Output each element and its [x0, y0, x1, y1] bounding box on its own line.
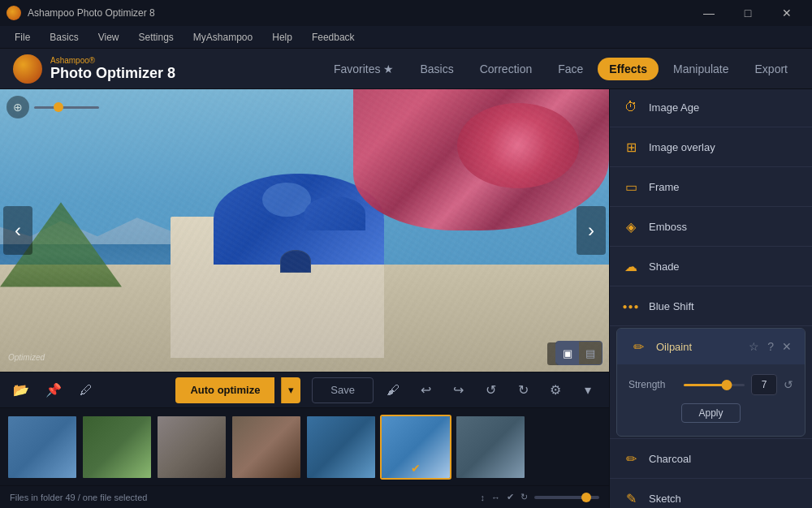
minimize-button[interactable]: —: [690, 0, 728, 26]
next-image-button[interactable]: ›: [577, 206, 606, 255]
oilpaint-header[interactable]: ✏ Oilpaint ☆ ? ✕: [617, 329, 805, 364]
shade-icon: ☁: [621, 256, 641, 276]
zoom-icon[interactable]: ⊕: [6, 96, 29, 118]
tab-effects[interactable]: Effects: [598, 58, 659, 80]
effect-shade[interactable]: ☁ Shade: [610, 248, 812, 284]
effect-emboss[interactable]: ◈ Emboss: [610, 209, 812, 244]
thumbnail-size-thumb: [581, 493, 591, 502]
effect-image-age[interactable]: ⏱ Image Age: [610, 89, 812, 125]
oilpaint-actions: ☆ ? ✕: [747, 338, 793, 355]
effects-list: ⏱ Image Age ⊞ Image overlay ▭ Frame ◈ Em…: [610, 89, 812, 508]
resize-icon[interactable]: ↔: [491, 493, 500, 502]
menu-settings[interactable]: Settings: [130, 28, 181, 46]
menu-help[interactable]: Help: [264, 28, 300, 46]
strength-reset-button[interactable]: ↺: [784, 378, 793, 391]
strength-slider[interactable]: [684, 384, 745, 386]
sort-icon[interactable]: ↕: [481, 493, 486, 502]
auto-optimize-button[interactable]: Auto optimize: [175, 377, 274, 403]
brand: Ashampoo® Photo Optimizer 8: [13, 54, 175, 84]
effect-blue-shift[interactable]: ●●● Blue Shift: [610, 288, 812, 324]
effect-blue-shift-label: Blue Shift: [649, 300, 694, 312]
paint-button[interactable]: 🖌: [380, 377, 406, 403]
rotate-left-button[interactable]: ↺: [477, 377, 503, 403]
selected-check: ✔: [411, 462, 421, 475]
menu-view[interactable]: View: [90, 28, 127, 46]
tab-face[interactable]: Face: [546, 58, 594, 80]
film-thumb-4[interactable]: [231, 415, 302, 480]
effect-charcoal[interactable]: ✏ Charcoal: [610, 441, 812, 476]
effects-sidebar: ⏱ Image Age ⊞ Image overlay ▭ Frame ◈ Em…: [609, 89, 812, 508]
oilpaint-close-button[interactable]: ✕: [780, 338, 793, 355]
rotate-right-button[interactable]: ↻: [510, 377, 536, 403]
titlebar: Ashampoo Photo Optimizer 8 — □ ✕: [0, 0, 812, 26]
film-thumb-1[interactable]: [6, 415, 78, 480]
strength-fill: [684, 384, 727, 386]
image-canvas: Optimized ‹ › ⊕ ⤢ ▣ ▤: [0, 89, 609, 372]
edit-button[interactable]: 🖊: [73, 377, 99, 403]
menu-myashampoo[interactable]: MyAshampoo: [185, 28, 261, 46]
undo-button[interactable]: ↩: [412, 377, 438, 403]
film-thumb-7[interactable]: [455, 415, 526, 480]
image-age-icon: ⏱: [621, 97, 641, 117]
thumbnail-size-slider[interactable]: [534, 496, 599, 499]
effect-oilpaint-panel: ✏ Oilpaint ☆ ? ✕ Strength: [616, 328, 806, 437]
oilpaint-help-button[interactable]: ?: [766, 338, 775, 355]
nav-tabs: Favorites ★ Basics Correction Face Effec…: [322, 58, 799, 80]
tab-export[interactable]: Export: [744, 58, 799, 80]
zoom-controls: ⊕: [6, 96, 99, 118]
optimized-badge: Optimized: [8, 353, 45, 362]
menu-file[interactable]: File: [6, 28, 38, 46]
tab-correction[interactable]: Correction: [469, 58, 544, 80]
effect-emboss-label: Emboss: [649, 221, 687, 233]
more-button[interactable]: ▾: [575, 377, 601, 403]
check-icon[interactable]: ✔: [507, 492, 514, 502]
effect-image-overlay-label: Image overlay: [649, 141, 715, 153]
strength-label: Strength: [628, 379, 677, 390]
add-to-favorites-button[interactable]: 📌: [41, 377, 67, 403]
effect-shade-label: Shade: [649, 260, 680, 273]
effect-image-age-label: Image Age: [649, 101, 699, 114]
statusbar: Files in folder 49 / one file selected ↕…: [0, 485, 609, 508]
tab-favorites[interactable]: Favorites ★: [322, 58, 405, 80]
open-file-button[interactable]: 📂: [8, 377, 34, 403]
effect-charcoal-label: Charcoal: [649, 453, 691, 465]
film-thumb-5[interactable]: [305, 415, 377, 480]
single-view-button[interactable]: ▣: [556, 342, 579, 364]
zoom-slider[interactable]: [34, 106, 99, 109]
effect-image-overlay[interactable]: ⊞ Image overlay: [610, 129, 812, 165]
strength-value[interactable]: 7: [751, 374, 777, 395]
brand-name: Photo Optimizer 8: [50, 65, 175, 81]
rotate-icon[interactable]: ↻: [520, 492, 528, 502]
window-controls: — □ ✕: [690, 0, 806, 26]
oilpaint-apply-button[interactable]: Apply: [681, 403, 740, 423]
photo-scene: [0, 89, 609, 372]
film-thumb-3[interactable]: [156, 415, 227, 480]
blue-shift-icon: ●●●: [621, 296, 641, 316]
effect-frame[interactable]: ▭ Frame: [610, 169, 812, 204]
effect-sketch-label: Sketch: [649, 493, 681, 505]
bottom-toolbar: 📂 📌 🖊 Auto optimize ▾ Save 🖌 ↩ ↪ ↺ ↻ ⚙ ▾: [0, 372, 609, 407]
auto-optimize-dropdown[interactable]: ▾: [281, 377, 300, 403]
prev-image-button[interactable]: ‹: [3, 206, 32, 255]
image-area: Optimized ‹ › ⊕ ⤢ ▣ ▤ 📂 📌 🖊: [0, 89, 609, 508]
titlebar-label: Ashampoo Photo Optimizer 8: [28, 7, 155, 19]
oilpaint-label: Oilpaint: [656, 341, 739, 353]
redo-button[interactable]: ↪: [445, 377, 471, 403]
split-view-button[interactable]: ▤: [579, 342, 602, 364]
effect-sketch[interactable]: ✎ Sketch: [610, 480, 812, 508]
close-button[interactable]: ✕: [768, 0, 806, 26]
oilpaint-controls: Strength 7 ↺ Apply: [617, 364, 805, 436]
film-thumb-2[interactable]: [81, 415, 153, 480]
oilpaint-icon: ✏: [628, 337, 648, 356]
menu-feedback[interactable]: Feedback: [304, 28, 363, 46]
brand-logo: [13, 54, 42, 84]
main-content: Optimized ‹ › ⊕ ⤢ ▣ ▤ 📂 📌 🖊: [0, 89, 812, 508]
tab-manipulate[interactable]: Manipulate: [662, 58, 741, 80]
settings-button[interactable]: ⚙: [542, 377, 568, 403]
tab-basics[interactable]: Basics: [408, 58, 464, 80]
film-thumb-6[interactable]: ✔: [380, 415, 451, 480]
save-button[interactable]: Save: [312, 377, 374, 403]
maximize-button[interactable]: □: [729, 0, 767, 26]
menu-basics[interactable]: Basics: [41, 28, 86, 46]
oilpaint-favorite-button[interactable]: ☆: [747, 338, 761, 355]
